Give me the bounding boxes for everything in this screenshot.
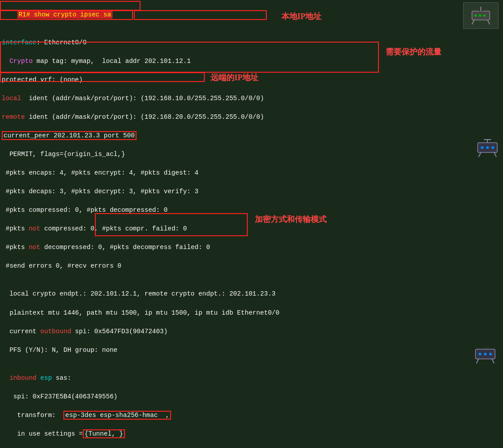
svg-point-17 <box>479 353 481 355</box>
svg-line-20 <box>476 359 479 363</box>
pfs-line: PFS (Y/N): N, DH group: none <box>0 336 503 355</box>
local-crypto-endpt-line: local crypto endpt.: 202.101.12.1, remot… <box>0 280 503 299</box>
transform-text1: transform: <box>2 412 63 419</box>
pkts-decaps-line: #pkts decaps: 3, #pkts decrypt: 3, #pkts… <box>0 178 503 196</box>
svg-point-18 <box>484 353 487 355</box>
transform-value-inbound: esp-3des esp-sha256-hmac , <box>63 411 171 420</box>
svg-text:...: ... <box>484 346 489 349</box>
inbound-esp-sas-line: inbound esp sas: <box>0 364 503 383</box>
pkts-not2: #pkts <box>2 244 29 251</box>
protected-traffic-label: 需要保护的流量 <box>386 47 441 57</box>
remote-ident-line: remote ident (addr/mask/prot/port): (192… <box>0 103 503 122</box>
permit-value: PERMIT, flags={origin_is_acl,} <box>2 151 125 158</box>
interface-keyword: interface <box>2 39 36 46</box>
pkts-decaps: #pkts decaps: 3, #pkts decrypt: 3, #pkts… <box>2 188 199 195</box>
send-errors: #send errors 0, #recv errors 0 <box>2 262 121 269</box>
svg-line-7 <box>487 20 490 24</box>
router-icon-top <box>463 2 499 29</box>
svg-point-9 <box>481 146 484 149</box>
local-ip-label: 本地IP地址 <box>281 11 321 22</box>
tunnel-value-inbound: {Tunnel, } <box>83 429 125 438</box>
protected-vrf: protected vrf: (none) <box>2 76 83 83</box>
svg-point-10 <box>486 146 489 149</box>
pkts-not2b: decompressed: 0, #pkts decompress failed… <box>40 244 210 251</box>
spi-value: spi: 0x5647FD3(90472403) <box>71 328 168 335</box>
remote-ip-label: 远端的IP地址 <box>211 72 258 83</box>
router-svg-bot: ... <box>472 345 499 365</box>
current-peer-line: current_peer 202.101.23.3 port 500 <box>0 122 503 140</box>
plaintext-mtu-line: plaintext mtu 1446, path mtu 1500, ip mt… <box>0 299 503 318</box>
local-keyword: local <box>2 95 25 102</box>
pfs-value: PFS (Y/N): N, DH group: none <box>2 347 117 354</box>
pkts-not-decompressed-line: #pkts not decompressed: 0, #pkts decompr… <box>0 234 503 252</box>
local-crypto-endpt: local crypto endpt.: 202.101.12.1, remot… <box>2 290 276 297</box>
svg-point-19 <box>489 353 492 355</box>
blank1 <box>0 271 503 280</box>
svg-line-12 <box>479 152 481 157</box>
esp-keyword1: esp <box>36 374 52 382</box>
svg-point-3 <box>483 14 486 17</box>
not-keyword1: not <box>29 225 40 232</box>
pkts-not-compressed-line: #pkts not compressed: 0, #pkts compr. fa… <box>0 215 503 234</box>
inbound-keyword1: inbound <box>9 374 36 382</box>
permit-line: PERMIT, flags={origin_is_acl,} <box>0 140 503 159</box>
encryption-label: 加密方式和传输模式 <box>255 214 327 225</box>
in-use-text1: in use settings = <box>2 430 83 437</box>
svg-point-1 <box>474 14 477 17</box>
inbound-text1 <box>2 374 9 382</box>
current-text: current <box>2 328 40 335</box>
svg-line-21 <box>492 359 494 363</box>
in-use-settings-inbound-line: in use settings ={Tunnel, } <box>0 420 503 439</box>
not-keyword2: not <box>29 244 40 251</box>
router-icon-mid <box>474 137 501 160</box>
prompt: R1# show crypto ipsec sa <box>17 11 113 19</box>
conn-id-inbound-line: conn id: 1, flow_id: SW:1, sibling_flags… <box>0 439 503 448</box>
blank2 <box>0 355 503 364</box>
crypto-keyword: Crypto <box>2 58 33 65</box>
router-svg-top <box>468 4 494 27</box>
pkts-not1: #pkts <box>2 225 29 232</box>
pkts-not1b: compressed: 0, #pkts compr. failed: 0 <box>40 225 187 232</box>
svg-line-13 <box>494 152 496 157</box>
terminal-window: R1# show crypto ipsec sa interface: Ethe… <box>0 0 503 448</box>
remote-ident-value: ident (addr/mask/prot/port): (192.168.20… <box>25 113 264 121</box>
interface-value: : Ethernet0/0 <box>36 39 86 46</box>
svg-point-2 <box>479 14 481 17</box>
svg-line-6 <box>472 20 474 24</box>
inbound-spi-line: spi: 0xF237E5B4(4063749556) <box>0 383 503 401</box>
pkts-compressed: #pkts compressed: 0, #pkts decompressed:… <box>2 206 168 214</box>
pkts-compressed-line: #pkts compressed: 0, #pkts decompressed:… <box>0 196 503 215</box>
svg-point-11 <box>491 146 494 149</box>
outbound-keyword1: outbound <box>40 328 71 335</box>
transform-line-inbound: transform: esp-3des esp-sha256-hmac , <box>0 401 503 420</box>
router-icon-bot: ... <box>470 343 501 366</box>
interface-line: interface: Ethernet0/0 <box>0 29 503 47</box>
plaintext-mtu: plaintext mtu 1446, path mtu 1500, ip mt… <box>2 309 280 316</box>
router-svg-mid <box>474 137 501 160</box>
local-ident-line: local ident (addr/mask/prot/port): (192.… <box>0 85 503 103</box>
inbound-spi-value: spi: 0xF237E5B4(4063749556) <box>2 393 117 400</box>
send-errors-line: #send errors 0, #recv errors 0 <box>0 252 503 271</box>
remote-keyword: remote <box>2 113 25 121</box>
command-line: R1# show crypto ipsec sa <box>0 1 503 29</box>
pkts-encaps-line: #pkts encaps: 4, #pkts encrypt: 4, #pkts… <box>0 159 503 178</box>
local-ident-value: ident (addr/mask/prot/port): (192.168.10… <box>25 95 264 102</box>
pkts-encaps: #pkts encaps: 4, #pkts encrypt: 4, #pkts… <box>2 169 199 176</box>
current-peer-value: current_peer 202.101.23.3 port 500 <box>2 131 136 140</box>
crypto-map-value: map tag: mymap, local addr 202.101.12.1 <box>33 58 191 65</box>
sas-text1: sas: <box>52 374 71 382</box>
outbound-spi-line: current outbound spi: 0x5647FD3(90472403… <box>0 318 503 336</box>
